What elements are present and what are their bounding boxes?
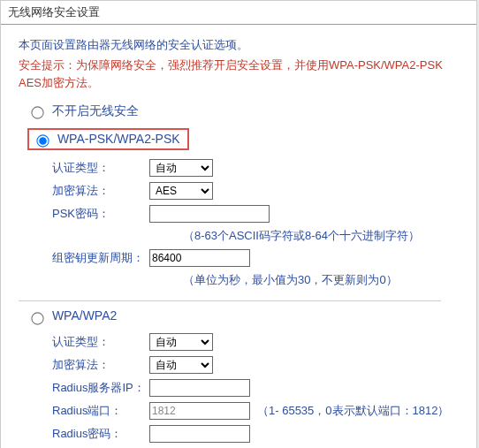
label-auth2: 认证类型： <box>52 334 149 350</box>
hint-rekey: （单位为秒，最小值为30，不更新则为0） <box>183 272 459 288</box>
hint-port: （1- 65535，0表示默认端口：1812） <box>257 403 449 419</box>
input-psk-password[interactable] <box>149 205 270 223</box>
label-enc: 加密算法： <box>52 183 149 199</box>
radio-psk[interactable] <box>36 135 49 148</box>
select-enc-psk[interactable]: AES <box>149 182 213 200</box>
separator <box>19 300 441 301</box>
panel-content: 本页面设置路由器无线网络的安全认证选项。 安全提示：为保障网络安全，强烈推荐开启… <box>1 25 476 448</box>
security-panel: 无线网络安全设置 本页面设置路由器无线网络的安全认证选项。 安全提示：为保障网络… <box>0 0 477 448</box>
label-radius-pwd: Radius密码： <box>52 426 149 442</box>
label-radius-ip: Radius服务器IP： <box>52 380 149 396</box>
intro-text: 本页面设置路由器无线网络的安全认证选项。 <box>19 37 459 53</box>
radio-disable[interactable] <box>31 107 43 119</box>
select-auth-psk[interactable]: 自动 <box>149 159 213 177</box>
label-psk: PSK密码： <box>52 206 149 222</box>
input-rekey-psk[interactable] <box>149 249 250 267</box>
select-auth-wpa[interactable]: 自动 <box>149 333 213 351</box>
security-warning: 安全提示：为保障网络安全，强烈推荐开启安全设置，并使用WPA-PSK/WPA2-… <box>19 57 459 91</box>
radio-psk-label: WPA-PSK/WPA2-PSK <box>57 132 180 146</box>
radio-wpa-label: WPA/WPA2 <box>52 308 117 323</box>
psk-form: 认证类型： 自动 加密算法： AES PSK密码： （8-63个ASCII码字符… <box>52 159 459 288</box>
panel-title: 无线网络安全设置 <box>1 1 476 25</box>
radio-psk-row[interactable]: WPA-PSK/WPA2-PSK <box>27 128 459 150</box>
select-enc-wpa[interactable]: 自动 <box>149 356 213 374</box>
label-auth: 认证类型： <box>52 160 149 176</box>
radio-disable-label: 不开启无线安全 <box>52 103 139 118</box>
input-radius-ip[interactable] <box>149 379 250 397</box>
hint-psk: （8-63个ASCII码字符或8-64个十六进制字符） <box>183 228 459 244</box>
radio-wpa[interactable] <box>31 312 43 324</box>
wpa-form: 认证类型： 自动 加密算法： 自动 Radius服务器IP： Radius端口：… <box>52 333 459 448</box>
psk-highlight-box: WPA-PSK/WPA2-PSK <box>27 128 189 150</box>
radio-disable-row[interactable]: 不开启无线安全 <box>27 103 459 119</box>
label-radius-port: Radius端口： <box>52 403 149 419</box>
input-radius-pwd[interactable] <box>149 425 250 443</box>
input-radius-port[interactable] <box>149 402 250 420</box>
label-rekey: 组密钥更新周期： <box>52 250 149 266</box>
label-enc2: 加密算法： <box>52 357 149 373</box>
radio-wpa-row[interactable]: WPA/WPA2 <box>27 308 459 323</box>
